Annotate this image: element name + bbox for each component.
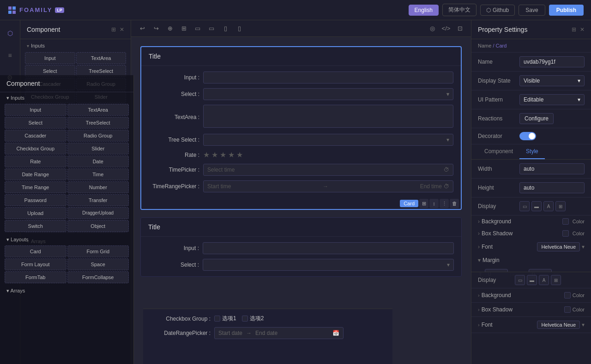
font-value-display[interactable]: Helvetica Neue [537, 242, 580, 251]
component-daterange[interactable]: Date Range [25, 117, 75, 129]
expand-icon[interactable]: ⊡ [454, 23, 465, 34]
component-draggerupload[interactable]: DraggerUpload [76, 155, 127, 167]
decorator-toggle[interactable] [519, 132, 536, 140]
star-5[interactable]: ★ [236, 150, 243, 159]
rbo-bg-swatch[interactable] [564, 292, 571, 298]
component-upload[interactable]: Upload [25, 155, 75, 167]
display-flex-btn[interactable]: ⊞ [555, 201, 566, 211]
mobile-icon[interactable]: ▯ [234, 23, 245, 34]
component-switch[interactable]: Switch [25, 168, 75, 180]
width-input[interactable] [519, 163, 585, 174]
close-icon[interactable]: ✕ [580, 26, 585, 33]
component-timerange[interactable]: Time Range [25, 130, 75, 142]
section-margin[interactable]: Margin [471, 254, 591, 266]
component-object[interactable]: Object [76, 168, 127, 180]
lang-chinese-button[interactable]: 简体中文 [442, 4, 476, 16]
component-formtab[interactable]: FormTab [25, 221, 75, 233]
display-inline-block-btn[interactable]: ▬ [531, 201, 542, 211]
component-formgrid[interactable]: Form Grid [76, 195, 127, 207]
select-field[interactable]: ▾ [203, 88, 453, 100]
breadcrumb-card[interactable]: Card [496, 43, 507, 48]
checkbox-2-box[interactable] [242, 316, 248, 322]
component-cascader[interactable]: Cascader [25, 78, 75, 90]
preview-icon[interactable]: ◎ [427, 23, 438, 34]
component-slider[interactable]: Slider [76, 91, 127, 103]
pin-icon[interactable]: ⊞ [111, 26, 116, 33]
display-state-select[interactable]: Visible ▾ [519, 75, 585, 86]
breadcrumb-root[interactable]: Name [478, 43, 491, 48]
section-inputs[interactable]: Inputs [20, 39, 131, 50]
zoom-in-icon[interactable]: ⊕ [164, 23, 175, 34]
card-1[interactable]: Title Input : Select : ▾ [140, 46, 462, 210]
component-card[interactable]: Card [25, 195, 75, 207]
component-checkboxgroup[interactable]: Checkbox Group [25, 91, 75, 103]
daterange-field[interactable]: Start date → End date 📅 [214, 327, 344, 339]
rbo-display-btn-1[interactable]: ▭ [515, 275, 525, 285]
section-layouts[interactable]: Layouts [20, 182, 131, 193]
section-box-shadow[interactable]: Box Shadow Color [471, 227, 591, 239]
component-number[interactable]: Number [76, 130, 127, 142]
rbo-box-shadow-section[interactable]: › Box Shadow Color [471, 303, 591, 317]
star-3[interactable]: ★ [220, 150, 226, 159]
card-action-3[interactable]: ⋮ [440, 199, 449, 208]
section-background[interactable]: Background Color [471, 215, 591, 227]
name-input[interactable] [519, 56, 585, 67]
component-password[interactable]: Password [25, 143, 75, 155]
rbo-display-btn-4[interactable]: ⊞ [551, 275, 561, 285]
grid-icon[interactable]: ⊞ [178, 23, 189, 34]
sidebar-icon-component[interactable]: ⬡ [3, 26, 18, 41]
component-space[interactable]: Space [76, 208, 127, 220]
component-date[interactable]: Date [76, 104, 127, 116]
section-arrays[interactable]: Arrays [20, 235, 131, 246]
card2-input-field[interactable] [203, 242, 454, 254]
component-textarea[interactable]: TextArea [76, 52, 127, 64]
tab-component[interactable]: Component [478, 144, 519, 159]
ui-pattern-select[interactable]: Editable ▾ [519, 94, 585, 105]
rbo-display-btn-3[interactable]: A [539, 275, 549, 285]
rate-field[interactable]: ★ ★ ★ ★ ★ [203, 150, 243, 159]
star-4[interactable]: ★ [228, 150, 235, 159]
star-1[interactable]: ★ [203, 150, 210, 159]
component-time[interactable]: Time [76, 117, 127, 129]
timepicker-field[interactable]: Select time ⏱ [203, 164, 453, 176]
card2-select-field[interactable]: ▾ [203, 259, 454, 271]
close-icon[interactable]: ✕ [120, 26, 124, 33]
card-action-2[interactable]: ↕ [429, 199, 439, 208]
reactions-configure-button[interactable]: Configure [519, 113, 554, 124]
code-icon[interactable]: </> [440, 23, 452, 34]
card-action-1[interactable]: ⊞ [419, 199, 428, 208]
tab-style[interactable]: Style [519, 144, 545, 159]
github-button[interactable]: ⬡ Github [480, 5, 515, 16]
undo-icon[interactable]: ↩ [137, 23, 148, 34]
rbo-background-section[interactable]: › Background Color [471, 288, 591, 303]
publish-button[interactable]: Publish [549, 5, 584, 16]
component-formcollapse[interactable]: FormCollapse [76, 221, 127, 233]
background-color-swatch[interactable] [562, 218, 569, 225]
textarea-field[interactable] [203, 105, 453, 128]
box-shadow-color-swatch[interactable] [562, 230, 569, 237]
rbo-display-btn-2[interactable]: ▬ [527, 275, 537, 285]
section-font[interactable]: Font Helvetica Neue ▾ [471, 239, 591, 254]
height-input[interactable] [519, 182, 585, 193]
tablet-icon[interactable]: ▯ [220, 23, 231, 34]
frame-icon[interactable]: ▭ [192, 23, 203, 34]
component-formlayout[interactable]: Form Layout [25, 208, 75, 220]
component-transfer[interactable]: Transfer [76, 143, 127, 155]
input-field[interactable] [203, 72, 453, 84]
rbo-font-value-display[interactable]: Helvetica Neue [537, 321, 580, 329]
pin-icon[interactable]: ⊞ [572, 26, 576, 33]
save-button[interactable]: Save [519, 5, 545, 16]
component-treeselect[interactable]: TreeSelect [76, 65, 127, 77]
desktop-icon[interactable]: ▭ [206, 23, 217, 34]
treeselect-field[interactable]: ▾ [203, 134, 453, 146]
sidebar-icon-layers[interactable]: ≡ [3, 48, 18, 63]
star-2[interactable]: ★ [211, 150, 218, 159]
checkbox-1-box[interactable] [214, 316, 220, 322]
rbo-bs-swatch[interactable] [564, 306, 571, 313]
component-input[interactable]: Input [25, 52, 75, 64]
component-select[interactable]: Select [25, 65, 75, 77]
timerange-field[interactable]: Start time → End time ⏱ [203, 180, 453, 192]
sidebar-icon-settings[interactable]: ⚙ [3, 70, 18, 85]
component-radiogroup[interactable]: Radio Group [76, 78, 127, 90]
card-2[interactable]: Title Input : Select : ▾ [140, 217, 462, 277]
